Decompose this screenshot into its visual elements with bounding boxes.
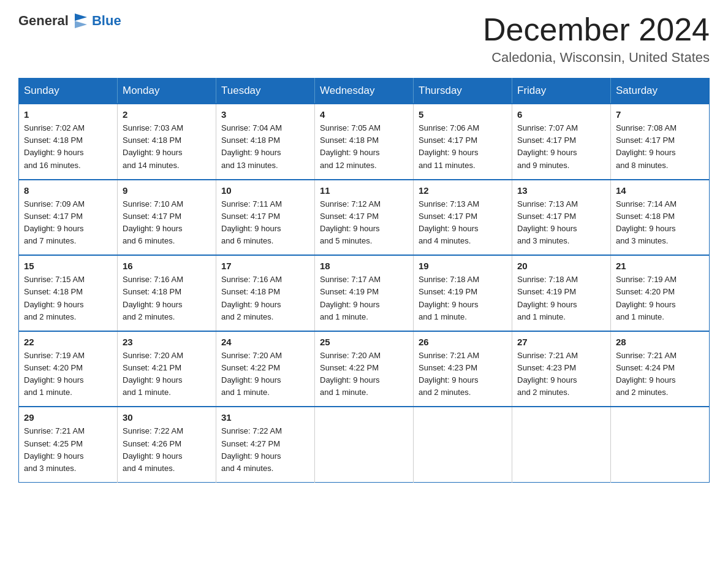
day-number: 4: [320, 109, 408, 120]
calendar-cell: 14 Sunrise: 7:14 AMSunset: 4:18 PMDaylig…: [611, 180, 710, 256]
day-number: 22: [24, 337, 112, 347]
day-number: 5: [419, 109, 507, 120]
day-info: Sunrise: 7:18 AMSunset: 4:19 PMDaylight:…: [517, 275, 578, 321]
calendar-cell: 23 Sunrise: 7:20 AMSunset: 4:21 PMDaylig…: [118, 331, 216, 407]
calendar-week-row: 15 Sunrise: 7:15 AMSunset: 4:18 PMDaylig…: [19, 255, 710, 331]
svg-marker-1: [75, 21, 87, 28]
logo-blue-text: Blue: [92, 13, 121, 29]
calendar-cell: 15 Sunrise: 7:15 AMSunset: 4:18 PMDaylig…: [19, 255, 118, 331]
calendar-cell: 1 Sunrise: 7:02 AMSunset: 4:18 PMDayligh…: [19, 104, 118, 180]
calendar-cell: 18 Sunrise: 7:17 AMSunset: 4:19 PMDaylig…: [315, 255, 414, 331]
calendar-cell: 25 Sunrise: 7:20 AMSunset: 4:22 PMDaylig…: [315, 331, 414, 407]
day-number: 16: [123, 261, 211, 271]
day-number: 15: [24, 261, 112, 271]
month-year-title: December 2024: [483, 12, 710, 47]
day-number: 10: [221, 185, 309, 196]
day-number: 6: [517, 109, 605, 120]
logo: General Blue: [18, 12, 121, 29]
calendar-cell: [512, 407, 611, 482]
day-info: Sunrise: 7:13 AMSunset: 4:17 PMDaylight:…: [517, 199, 578, 245]
day-info: Sunrise: 7:19 AMSunset: 4:20 PMDaylight:…: [24, 351, 85, 397]
day-number: 9: [123, 185, 211, 196]
day-number: 18: [320, 261, 408, 271]
calendar-cell: 12 Sunrise: 7:13 AMSunset: 4:17 PMDaylig…: [414, 180, 512, 256]
calendar-cell: 6 Sunrise: 7:07 AMSunset: 4:17 PMDayligh…: [512, 104, 611, 180]
day-info: Sunrise: 7:02 AMSunset: 4:18 PMDaylight:…: [24, 123, 85, 169]
weekday-header-monday: Monday: [118, 79, 216, 104]
day-number: 31: [221, 412, 309, 423]
calendar-cell: 13 Sunrise: 7:13 AMSunset: 4:17 PMDaylig…: [512, 180, 611, 256]
weekday-header-thursday: Thursday: [414, 79, 512, 104]
weekday-header-friday: Friday: [512, 79, 611, 104]
calendar-cell: 3 Sunrise: 7:04 AMSunset: 4:18 PMDayligh…: [216, 104, 315, 180]
day-number: 28: [616, 337, 704, 347]
calendar-cell: 2 Sunrise: 7:03 AMSunset: 4:18 PMDayligh…: [118, 104, 216, 180]
day-number: 3: [221, 109, 309, 120]
day-info: Sunrise: 7:14 AMSunset: 4:18 PMDaylight:…: [616, 199, 677, 245]
day-info: Sunrise: 7:22 AMSunset: 4:27 PMDaylight:…: [221, 426, 282, 472]
day-number: 29: [24, 412, 112, 423]
day-info: Sunrise: 7:19 AMSunset: 4:20 PMDaylight:…: [616, 275, 677, 321]
calendar-cell: 24 Sunrise: 7:20 AMSunset: 4:22 PMDaylig…: [216, 331, 315, 407]
day-info: Sunrise: 7:10 AMSunset: 4:17 PMDaylight:…: [123, 199, 183, 245]
day-number: 23: [123, 337, 211, 347]
day-number: 8: [24, 185, 112, 196]
calendar-cell: 29 Sunrise: 7:21 AMSunset: 4:25 PMDaylig…: [19, 407, 118, 482]
calendar-cell: 21 Sunrise: 7:19 AMSunset: 4:20 PMDaylig…: [611, 255, 710, 331]
location-subtitle: Caledonia, Wisconsin, United States: [483, 50, 710, 66]
day-number: 20: [517, 261, 605, 271]
day-info: Sunrise: 7:17 AMSunset: 4:19 PMDaylight:…: [320, 275, 381, 321]
calendar-cell: 22 Sunrise: 7:19 AMSunset: 4:20 PMDaylig…: [19, 331, 118, 407]
calendar-cell: 4 Sunrise: 7:05 AMSunset: 4:18 PMDayligh…: [315, 104, 414, 180]
day-info: Sunrise: 7:21 AMSunset: 4:24 PMDaylight:…: [616, 351, 677, 397]
day-info: Sunrise: 7:21 AMSunset: 4:25 PMDaylight:…: [24, 426, 85, 472]
calendar-cell: 8 Sunrise: 7:09 AMSunset: 4:17 PMDayligh…: [19, 180, 118, 256]
day-number: 11: [320, 185, 408, 196]
calendar-week-row: 22 Sunrise: 7:19 AMSunset: 4:20 PMDaylig…: [19, 331, 710, 407]
calendar-cell: 31 Sunrise: 7:22 AMSunset: 4:27 PMDaylig…: [216, 407, 315, 482]
calendar-cell: 7 Sunrise: 7:08 AMSunset: 4:17 PMDayligh…: [611, 104, 710, 180]
calendar-cell: 26 Sunrise: 7:21 AMSunset: 4:23 PMDaylig…: [414, 331, 512, 407]
day-number: 21: [616, 261, 704, 271]
day-info: Sunrise: 7:12 AMSunset: 4:17 PMDaylight:…: [320, 199, 381, 245]
day-info: Sunrise: 7:11 AMSunset: 4:17 PMDaylight:…: [221, 199, 282, 245]
day-info: Sunrise: 7:06 AMSunset: 4:17 PMDaylight:…: [419, 123, 479, 169]
calendar-cell: 5 Sunrise: 7:06 AMSunset: 4:17 PMDayligh…: [414, 104, 512, 180]
calendar-table: SundayMondayTuesdayWednesdayThursdayFrid…: [18, 78, 710, 483]
weekday-header-wednesday: Wednesday: [315, 79, 414, 104]
logo-general-text: General: [18, 13, 69, 29]
day-number: 26: [419, 337, 507, 347]
day-info: Sunrise: 7:08 AMSunset: 4:17 PMDaylight:…: [616, 123, 677, 169]
day-info: Sunrise: 7:03 AMSunset: 4:18 PMDaylight:…: [123, 123, 183, 169]
calendar-cell: [611, 407, 710, 482]
calendar-cell: 27 Sunrise: 7:21 AMSunset: 4:23 PMDaylig…: [512, 331, 611, 407]
day-number: 2: [123, 109, 211, 120]
weekday-header-tuesday: Tuesday: [216, 79, 315, 104]
calendar-cell: [414, 407, 512, 482]
calendar-cell: 20 Sunrise: 7:18 AMSunset: 4:19 PMDaylig…: [512, 255, 611, 331]
day-info: Sunrise: 7:13 AMSunset: 4:17 PMDaylight:…: [419, 199, 479, 245]
day-number: 1: [24, 109, 112, 120]
day-info: Sunrise: 7:20 AMSunset: 4:21 PMDaylight:…: [123, 351, 183, 397]
day-info: Sunrise: 7:21 AMSunset: 4:23 PMDaylight:…: [517, 351, 578, 397]
day-info: Sunrise: 7:09 AMSunset: 4:17 PMDaylight:…: [24, 199, 85, 245]
calendar-week-row: 8 Sunrise: 7:09 AMSunset: 4:17 PMDayligh…: [19, 180, 710, 256]
day-info: Sunrise: 7:16 AMSunset: 4:18 PMDaylight:…: [123, 275, 183, 321]
day-info: Sunrise: 7:16 AMSunset: 4:18 PMDaylight:…: [221, 275, 282, 321]
day-info: Sunrise: 7:18 AMSunset: 4:19 PMDaylight:…: [419, 275, 479, 321]
calendar-cell: 9 Sunrise: 7:10 AMSunset: 4:17 PMDayligh…: [118, 180, 216, 256]
day-number: 14: [616, 185, 704, 196]
day-info: Sunrise: 7:04 AMSunset: 4:18 PMDaylight:…: [221, 123, 282, 169]
calendar-cell: 17 Sunrise: 7:16 AMSunset: 4:18 PMDaylig…: [216, 255, 315, 331]
svg-marker-0: [75, 13, 87, 21]
day-info: Sunrise: 7:21 AMSunset: 4:23 PMDaylight:…: [419, 351, 479, 397]
day-info: Sunrise: 7:15 AMSunset: 4:18 PMDaylight:…: [24, 275, 85, 321]
weekday-header-saturday: Saturday: [611, 79, 710, 104]
calendar-cell: 28 Sunrise: 7:21 AMSunset: 4:24 PMDaylig…: [611, 331, 710, 407]
calendar-cell: 19 Sunrise: 7:18 AMSunset: 4:19 PMDaylig…: [414, 255, 512, 331]
logo-flag-icon: [72, 12, 89, 29]
calendar-cell: 16 Sunrise: 7:16 AMSunset: 4:18 PMDaylig…: [118, 255, 216, 331]
day-number: 24: [221, 337, 309, 347]
day-number: 12: [419, 185, 507, 196]
day-number: 25: [320, 337, 408, 347]
